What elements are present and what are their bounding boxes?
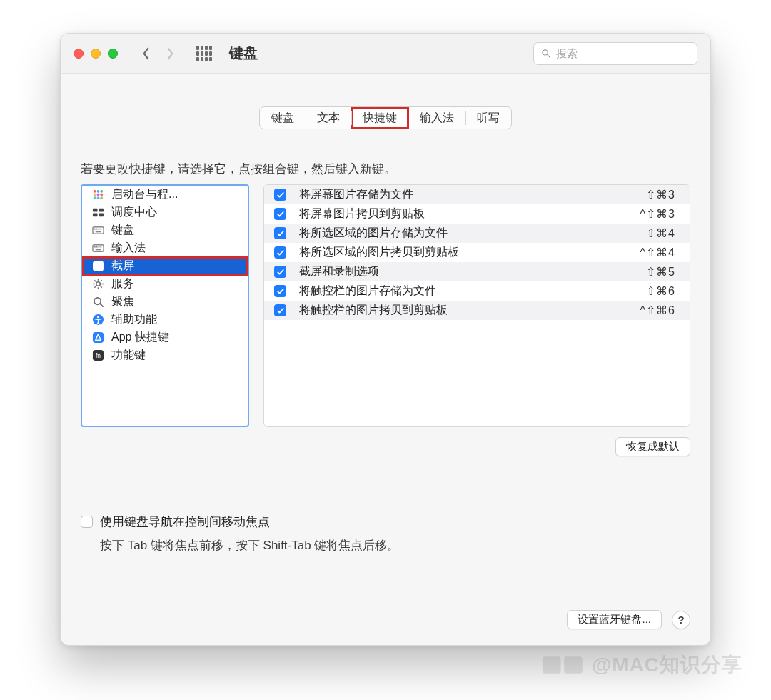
sidebar-item-label: 截屏 (111, 259, 134, 274)
minimize-window-button[interactable] (91, 49, 101, 59)
keyboard-icon (92, 242, 104, 254)
shortcut-row[interactable]: 将屏幕图片存储为文件⇧⌘3 (264, 185, 690, 204)
appstore-icon (92, 331, 104, 344)
sidebar-item-keyboard[interactable]: 输入法 (82, 239, 248, 257)
search-input[interactable] (556, 47, 690, 59)
sidebar-item-spotlight[interactable]: 聚焦 (82, 293, 248, 311)
svg-point-6 (97, 194, 100, 196)
svg-point-10 (100, 196, 103, 199)
shortcut-checkbox[interactable] (274, 266, 286, 278)
sidebar-item-label: App 快捷键 (111, 330, 169, 345)
accessibility-icon (92, 314, 104, 326)
window-controls (74, 49, 118, 59)
svg-rect-37 (543, 656, 561, 673)
svg-rect-22 (94, 246, 96, 248)
close-window-button[interactable] (74, 49, 84, 59)
svg-point-4 (100, 190, 103, 193)
shortcut-checkbox[interactable] (274, 227, 286, 239)
svg-line-31 (100, 304, 103, 306)
sidebar-item-accessibility[interactable]: 辅助功能 (82, 311, 248, 329)
shortcut-keys: ⇧⌘3 (618, 188, 675, 201)
shortcut-keys: ⇧⌘6 (618, 284, 675, 298)
svg-point-29 (96, 282, 101, 286)
show-all-icon[interactable] (196, 46, 212, 61)
sidebar-item-screenshot[interactable]: 截屏 (82, 257, 248, 275)
svg-rect-11 (93, 209, 98, 212)
shortcut-label: 将屏幕图片存储为文件 (295, 187, 610, 202)
shortcut-list[interactable]: 将屏幕图片存储为文件⇧⌘3将屏幕图片拷贝到剪贴板^⇧⌘3将所选区域的图片存储为文… (263, 184, 690, 427)
search-field[interactable] (533, 42, 697, 65)
svg-rect-21 (93, 245, 104, 251)
window-title: 键盘 (229, 44, 258, 63)
tab-听写[interactable]: 听写 (465, 107, 511, 129)
sidebar-item-label: 调度中心 (111, 205, 157, 220)
svg-rect-18 (99, 229, 100, 230)
restore-defaults-button[interactable]: 恢复成默认 (615, 437, 690, 456)
shortcut-checkbox[interactable] (274, 189, 286, 201)
tab-输入法[interactable]: 输入法 (408, 107, 465, 129)
titlebar: 键盘 (61, 34, 710, 74)
sidebar-item-appstore[interactable]: App 快捷键 (82, 329, 248, 346)
sidebar-item-mission[interactable]: 调度中心 (82, 204, 248, 221)
shortcut-label: 将所选区域的图片存储为文件 (295, 226, 610, 241)
svg-rect-25 (100, 246, 101, 248)
shortcut-label: 将触控栏的图片拷贝到剪贴板 (295, 303, 610, 318)
shortcut-keys: ^⇧⌘6 (618, 304, 675, 317)
svg-point-5 (94, 194, 96, 196)
shortcut-checkbox[interactable] (274, 208, 286, 220)
svg-point-33 (97, 316, 99, 318)
shortcut-row[interactable]: 将触控栏的图片拷贝到剪贴板^⇧⌘6 (264, 301, 690, 320)
svg-rect-24 (99, 246, 100, 248)
svg-rect-38 (564, 656, 583, 673)
keyboard-nav-checkbox[interactable]: 使用键盘导航在控制间移动焦点 (81, 514, 690, 530)
sidebar-item-label: 启动台与程... (111, 187, 178, 202)
sidebar-item-launchpad[interactable]: 启动台与程... (82, 186, 248, 204)
mission-icon (92, 206, 104, 219)
svg-point-2 (94, 190, 96, 193)
sidebar-item-label: 功能键 (111, 348, 146, 363)
keyboard-icon (92, 224, 104, 236)
sidebar-item-keyboard[interactable]: 键盘 (82, 221, 248, 239)
sidebar-item-label: 服务 (111, 276, 134, 291)
shortcut-row[interactable]: 截屏和录制选项⇧⌘5 (264, 262, 690, 281)
shortcut-label: 将触控栏的图片存储为文件 (295, 284, 610, 299)
shortcut-row[interactable]: 将屏幕图片拷贝到剪贴板^⇧⌘3 (264, 204, 690, 224)
bluetooth-keyboard-button[interactable]: 设置蓝牙键盘... (567, 610, 662, 629)
nav-arrows (135, 43, 181, 64)
shortcut-checkbox[interactable] (274, 304, 286, 316)
sidebar-item-label: 输入法 (111, 241, 146, 256)
shortcut-checkbox[interactable] (274, 246, 286, 259)
sidebar-item-label: 聚焦 (111, 294, 134, 309)
svg-rect-19 (100, 229, 101, 230)
svg-rect-15 (93, 227, 104, 234)
screenshot-icon (92, 260, 104, 272)
svg-rect-17 (96, 229, 98, 230)
tab-文本[interactable]: 文本 (306, 107, 351, 129)
shortcut-keys: ^⇧⌘3 (618, 207, 675, 221)
back-button[interactable] (135, 43, 156, 64)
sidebar-item-gear[interactable]: 服务 (82, 275, 248, 293)
shortcut-checkbox[interactable] (274, 285, 286, 297)
tab-bar: 键盘文本快捷键输入法听写 (259, 106, 512, 129)
content-area: 键盘文本快捷键输入法听写 若要更改快捷键，请选择它，点按组合键，然后键入新键。 … (61, 74, 710, 645)
help-button[interactable]: ? (672, 611, 690, 629)
shortcut-row[interactable]: 将所选区域的图片拷贝到剪贴板^⇧⌘4 (264, 243, 690, 262)
svg-point-3 (97, 190, 100, 193)
launchpad-icon (92, 189, 104, 201)
shortcut-row[interactable]: 将触控栏的图片存储为文件⇧⌘6 (264, 281, 690, 301)
category-sidebar[interactable]: 启动台与程...调度中心键盘输入法截屏服务聚焦辅助功能App 快捷键fn功能键 (81, 184, 249, 427)
fn-icon: fn (92, 349, 104, 361)
gear-icon (92, 278, 104, 290)
checkbox-box[interactable] (81, 516, 93, 528)
search-icon (541, 48, 550, 59)
forward-button[interactable] (159, 43, 181, 64)
spotlight-icon (92, 296, 104, 308)
sidebar-item-fn[interactable]: fn功能键 (82, 346, 248, 364)
svg-rect-14 (99, 213, 104, 216)
checkbox-label: 使用键盘导航在控制间移动焦点 (100, 514, 270, 530)
tab-快捷键[interactable]: 快捷键 (351, 107, 408, 129)
instruction-text: 若要更改快捷键，请选择它，点按组合键，然后键入新键。 (81, 161, 690, 177)
shortcut-row[interactable]: 将所选区域的图片存储为文件⇧⌘4 (264, 224, 690, 243)
tab-键盘[interactable]: 键盘 (260, 107, 306, 129)
zoom-window-button[interactable] (108, 49, 118, 59)
